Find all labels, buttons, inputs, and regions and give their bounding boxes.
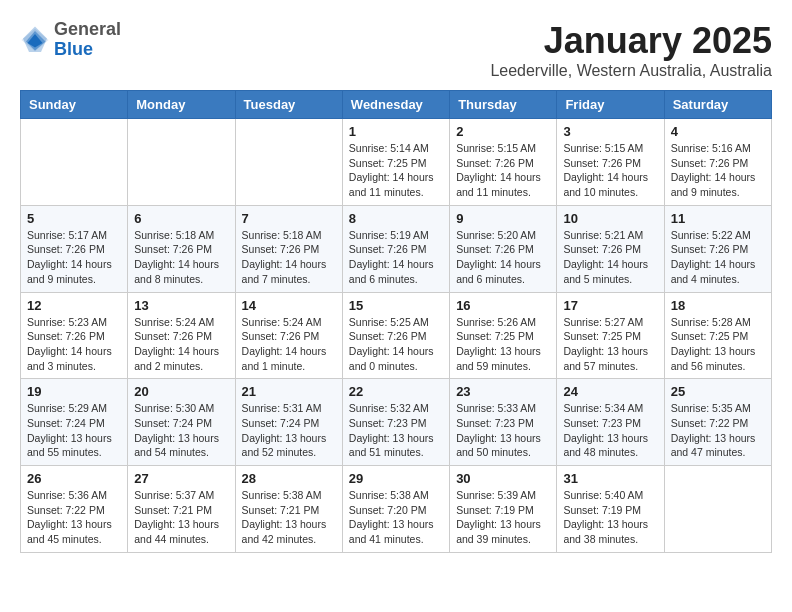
page-header: General Blue January 2025 Leederville, W… — [20, 20, 772, 80]
day-header-thursday: Thursday — [450, 91, 557, 119]
day-header-tuesday: Tuesday — [235, 91, 342, 119]
calendar-cell: 26Sunrise: 5:36 AM Sunset: 7:22 PM Dayli… — [21, 466, 128, 553]
day-number: 29 — [349, 471, 443, 486]
day-info: Sunrise: 5:32 AM Sunset: 7:23 PM Dayligh… — [349, 401, 443, 460]
location-title: Leederville, Western Australia, Australi… — [490, 62, 772, 80]
calendar-cell: 3Sunrise: 5:15 AM Sunset: 7:26 PM Daylig… — [557, 119, 664, 206]
day-number: 10 — [563, 211, 657, 226]
calendar-cell — [128, 119, 235, 206]
calendar-cell: 1Sunrise: 5:14 AM Sunset: 7:25 PM Daylig… — [342, 119, 449, 206]
calendar-cell: 24Sunrise: 5:34 AM Sunset: 7:23 PM Dayli… — [557, 379, 664, 466]
calendar-cell: 29Sunrise: 5:38 AM Sunset: 7:20 PM Dayli… — [342, 466, 449, 553]
day-info: Sunrise: 5:23 AM Sunset: 7:26 PM Dayligh… — [27, 315, 121, 374]
day-info: Sunrise: 5:14 AM Sunset: 7:25 PM Dayligh… — [349, 141, 443, 200]
calendar-cell: 2Sunrise: 5:15 AM Sunset: 7:26 PM Daylig… — [450, 119, 557, 206]
day-info: Sunrise: 5:18 AM Sunset: 7:26 PM Dayligh… — [242, 228, 336, 287]
day-number: 20 — [134, 384, 228, 399]
day-info: Sunrise: 5:18 AM Sunset: 7:26 PM Dayligh… — [134, 228, 228, 287]
week-row-2: 5Sunrise: 5:17 AM Sunset: 7:26 PM Daylig… — [21, 205, 772, 292]
day-number: 15 — [349, 298, 443, 313]
calendar-cell: 19Sunrise: 5:29 AM Sunset: 7:24 PM Dayli… — [21, 379, 128, 466]
day-number: 19 — [27, 384, 121, 399]
week-row-4: 19Sunrise: 5:29 AM Sunset: 7:24 PM Dayli… — [21, 379, 772, 466]
calendar-cell: 12Sunrise: 5:23 AM Sunset: 7:26 PM Dayli… — [21, 292, 128, 379]
day-number: 11 — [671, 211, 765, 226]
logo: General Blue — [20, 20, 121, 60]
logo-text: General Blue — [54, 20, 121, 60]
logo-blue: Blue — [54, 40, 121, 60]
day-number: 3 — [563, 124, 657, 139]
day-header-saturday: Saturday — [664, 91, 771, 119]
calendar-cell: 27Sunrise: 5:37 AM Sunset: 7:21 PM Dayli… — [128, 466, 235, 553]
calendar-cell: 8Sunrise: 5:19 AM Sunset: 7:26 PM Daylig… — [342, 205, 449, 292]
day-number: 31 — [563, 471, 657, 486]
day-header-friday: Friday — [557, 91, 664, 119]
calendar-cell: 28Sunrise: 5:38 AM Sunset: 7:21 PM Dayli… — [235, 466, 342, 553]
day-info: Sunrise: 5:24 AM Sunset: 7:26 PM Dayligh… — [242, 315, 336, 374]
calendar-cell: 6Sunrise: 5:18 AM Sunset: 7:26 PM Daylig… — [128, 205, 235, 292]
day-info: Sunrise: 5:38 AM Sunset: 7:21 PM Dayligh… — [242, 488, 336, 547]
calendar-cell: 14Sunrise: 5:24 AM Sunset: 7:26 PM Dayli… — [235, 292, 342, 379]
day-info: Sunrise: 5:29 AM Sunset: 7:24 PM Dayligh… — [27, 401, 121, 460]
calendar-cell: 21Sunrise: 5:31 AM Sunset: 7:24 PM Dayli… — [235, 379, 342, 466]
calendar-cell: 25Sunrise: 5:35 AM Sunset: 7:22 PM Dayli… — [664, 379, 771, 466]
day-number: 16 — [456, 298, 550, 313]
calendar-cell: 5Sunrise: 5:17 AM Sunset: 7:26 PM Daylig… — [21, 205, 128, 292]
day-info: Sunrise: 5:35 AM Sunset: 7:22 PM Dayligh… — [671, 401, 765, 460]
day-info: Sunrise: 5:36 AM Sunset: 7:22 PM Dayligh… — [27, 488, 121, 547]
day-number: 9 — [456, 211, 550, 226]
day-number: 24 — [563, 384, 657, 399]
calendar-cell: 4Sunrise: 5:16 AM Sunset: 7:26 PM Daylig… — [664, 119, 771, 206]
day-info: Sunrise: 5:16 AM Sunset: 7:26 PM Dayligh… — [671, 141, 765, 200]
day-info: Sunrise: 5:34 AM Sunset: 7:23 PM Dayligh… — [563, 401, 657, 460]
day-number: 1 — [349, 124, 443, 139]
day-info: Sunrise: 5:15 AM Sunset: 7:26 PM Dayligh… — [563, 141, 657, 200]
day-info: Sunrise: 5:24 AM Sunset: 7:26 PM Dayligh… — [134, 315, 228, 374]
day-header-wednesday: Wednesday — [342, 91, 449, 119]
day-number: 7 — [242, 211, 336, 226]
day-info: Sunrise: 5:15 AM Sunset: 7:26 PM Dayligh… — [456, 141, 550, 200]
day-info: Sunrise: 5:28 AM Sunset: 7:25 PM Dayligh… — [671, 315, 765, 374]
day-number: 27 — [134, 471, 228, 486]
day-info: Sunrise: 5:37 AM Sunset: 7:21 PM Dayligh… — [134, 488, 228, 547]
day-info: Sunrise: 5:30 AM Sunset: 7:24 PM Dayligh… — [134, 401, 228, 460]
calendar-cell — [21, 119, 128, 206]
day-info: Sunrise: 5:26 AM Sunset: 7:25 PM Dayligh… — [456, 315, 550, 374]
calendar-cell: 31Sunrise: 5:40 AM Sunset: 7:19 PM Dayli… — [557, 466, 664, 553]
calendar-cell: 16Sunrise: 5:26 AM Sunset: 7:25 PM Dayli… — [450, 292, 557, 379]
calendar-table: SundayMondayTuesdayWednesdayThursdayFrid… — [20, 90, 772, 553]
day-info: Sunrise: 5:22 AM Sunset: 7:26 PM Dayligh… — [671, 228, 765, 287]
calendar-cell — [664, 466, 771, 553]
day-number: 22 — [349, 384, 443, 399]
day-info: Sunrise: 5:38 AM Sunset: 7:20 PM Dayligh… — [349, 488, 443, 547]
day-info: Sunrise: 5:33 AM Sunset: 7:23 PM Dayligh… — [456, 401, 550, 460]
day-number: 6 — [134, 211, 228, 226]
day-number: 14 — [242, 298, 336, 313]
calendar-cell: 7Sunrise: 5:18 AM Sunset: 7:26 PM Daylig… — [235, 205, 342, 292]
calendar-cell: 10Sunrise: 5:21 AM Sunset: 7:26 PM Dayli… — [557, 205, 664, 292]
calendar-cell: 13Sunrise: 5:24 AM Sunset: 7:26 PM Dayli… — [128, 292, 235, 379]
calendar-header-row: SundayMondayTuesdayWednesdayThursdayFrid… — [21, 91, 772, 119]
calendar-cell: 9Sunrise: 5:20 AM Sunset: 7:26 PM Daylig… — [450, 205, 557, 292]
day-number: 12 — [27, 298, 121, 313]
calendar-cell: 20Sunrise: 5:30 AM Sunset: 7:24 PM Dayli… — [128, 379, 235, 466]
day-number: 18 — [671, 298, 765, 313]
logo-general: General — [54, 20, 121, 40]
day-number: 8 — [349, 211, 443, 226]
title-block: January 2025 Leederville, Western Austra… — [490, 20, 772, 80]
month-title: January 2025 — [490, 20, 772, 62]
calendar-cell: 18Sunrise: 5:28 AM Sunset: 7:25 PM Dayli… — [664, 292, 771, 379]
day-number: 4 — [671, 124, 765, 139]
day-header-sunday: Sunday — [21, 91, 128, 119]
day-number: 21 — [242, 384, 336, 399]
calendar-cell: 23Sunrise: 5:33 AM Sunset: 7:23 PM Dayli… — [450, 379, 557, 466]
day-info: Sunrise: 5:27 AM Sunset: 7:25 PM Dayligh… — [563, 315, 657, 374]
week-row-5: 26Sunrise: 5:36 AM Sunset: 7:22 PM Dayli… — [21, 466, 772, 553]
day-info: Sunrise: 5:25 AM Sunset: 7:26 PM Dayligh… — [349, 315, 443, 374]
calendar-cell: 15Sunrise: 5:25 AM Sunset: 7:26 PM Dayli… — [342, 292, 449, 379]
day-number: 2 — [456, 124, 550, 139]
day-info: Sunrise: 5:19 AM Sunset: 7:26 PM Dayligh… — [349, 228, 443, 287]
day-number: 13 — [134, 298, 228, 313]
calendar-cell: 11Sunrise: 5:22 AM Sunset: 7:26 PM Dayli… — [664, 205, 771, 292]
day-number: 23 — [456, 384, 550, 399]
